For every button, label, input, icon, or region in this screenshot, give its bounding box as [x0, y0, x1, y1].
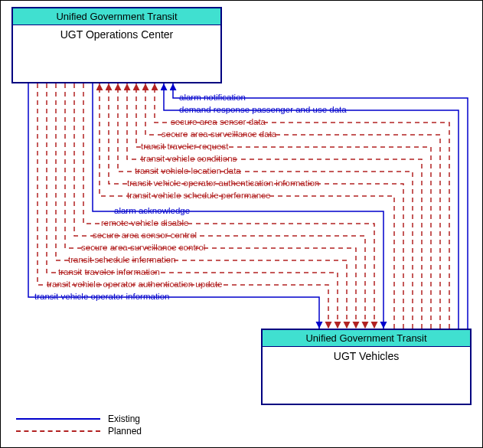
flow-label: secure area surveillance control: [81, 243, 205, 252]
legend-row-planned: Planned: [16, 426, 142, 437]
flow-label: secure area surveillance data: [162, 129, 276, 139]
flow-label: transit schedule information: [68, 255, 176, 264]
flow-label: remote vehicle disable: [101, 218, 188, 227]
legend: Existing Planned: [16, 412, 142, 438]
flow-label: secure area sensor data: [171, 117, 266, 126]
legend-label: Existing: [108, 414, 140, 424]
flow-label: transit vehicle conditions: [141, 154, 237, 163]
flow-label: secure area sensor control: [93, 231, 197, 240]
node-title: UGT Operations Center: [13, 25, 220, 44]
legend-line-icon: [16, 418, 100, 420]
flow-label: transit vehicle operator authentication …: [127, 178, 319, 188]
legend-row-existing: Existing: [16, 414, 142, 424]
node-org-label: Unified Government Transit: [13, 8, 220, 25]
flow-label: transit vehicle schedule performance: [127, 191, 270, 200]
legend-line-icon: [16, 430, 100, 432]
flow-label: transit vehicle operator information: [34, 292, 169, 301]
flow-label: transit vehicle location data: [135, 166, 241, 175]
flow-label: transit traveler request: [141, 142, 228, 151]
flow-label: demand response passenger and use data: [179, 105, 347, 114]
flow-label: transit traveler information: [58, 267, 160, 276]
node-ugt-operations[interactable]: Unified Government Transit UGT Operation…: [11, 7, 222, 83]
legend-label: Planned: [108, 426, 142, 437]
node-org-label: Unified Government Transit: [263, 330, 470, 347]
flow-label: alarm notification: [179, 93, 246, 102]
node-ugt-vehicles[interactable]: Unified Government Transit UGT Vehicles: [261, 329, 472, 405]
flow-label: alarm acknowledge: [114, 206, 190, 215]
node-title: UGT Vehicles: [263, 347, 470, 365]
flow-label: transit vehicle operator authentication …: [47, 280, 223, 289]
